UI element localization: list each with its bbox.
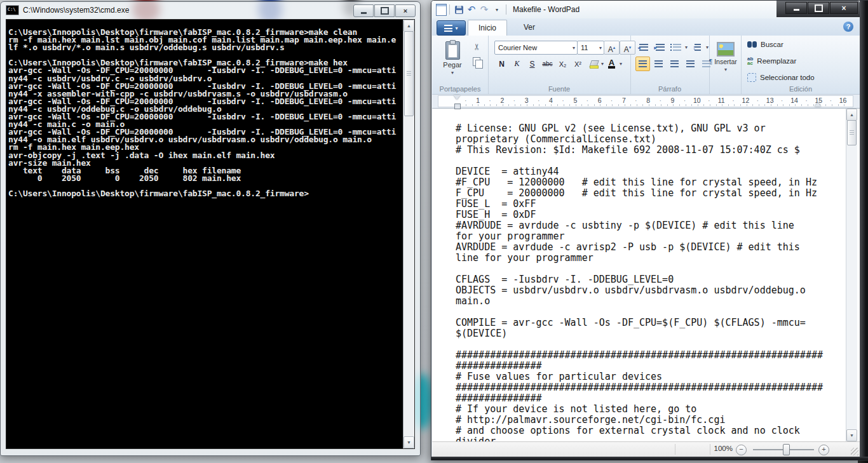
wordpad-minimize-button[interactable] xyxy=(785,2,807,14)
replace-icon: ab ac xyxy=(747,57,753,65)
console-scrollbar[interactable]: ▲ ▼ xyxy=(403,20,414,448)
indent-lines-icon xyxy=(639,44,648,51)
cmd-titlebar[interactable]: C:\ C:\Windows\system32\cmd.exe × xyxy=(1,2,420,18)
font-family-select[interactable]: Courier New ▾ xyxy=(494,41,578,55)
scroll-up-icon[interactable]: ▲ xyxy=(846,109,857,121)
scroll-down-icon[interactable]: ▼ xyxy=(403,436,414,448)
group-portapapeles: Pegar ▾ ✂ Portapapeles xyxy=(432,36,489,94)
cmd-minimize-button[interactable] xyxy=(353,4,374,17)
right-indent-marker[interactable] xyxy=(815,102,821,107)
strikethrough-button[interactable]: abc xyxy=(540,57,555,71)
highlighter-icon xyxy=(589,60,598,69)
align-center-button[interactable] xyxy=(651,57,666,71)
minimize-icon xyxy=(794,9,799,11)
wordpad-window[interactable]: ↶ ↷ ▾ Makefile - WordPad × ▾ Inicio Ver … xyxy=(431,0,868,460)
binoculars-icon xyxy=(747,41,757,48)
ruler-number: 3 xyxy=(515,97,539,104)
group-label-parrafo: Párrafo xyxy=(630,85,709,93)
save-button[interactable] xyxy=(452,3,465,16)
undo-button[interactable]: ↶ xyxy=(465,3,478,16)
maximize-icon xyxy=(381,7,389,15)
help-button[interactable]: ? xyxy=(843,22,853,32)
align-center-icon xyxy=(654,60,663,67)
justify-button[interactable] xyxy=(683,57,698,71)
resize-grip[interactable] xyxy=(851,448,858,455)
underline-button[interactable]: S xyxy=(525,57,539,71)
subscript-button[interactable]: X₂ xyxy=(555,57,570,71)
ruler-number: 10 xyxy=(685,97,709,104)
ruler-number: 11 xyxy=(709,97,733,104)
bold-button[interactable]: N xyxy=(494,57,509,71)
cmd-maximize-button[interactable] xyxy=(374,4,395,17)
minimize-icon xyxy=(361,12,367,14)
left-indent-marker[interactable] xyxy=(454,104,461,109)
wordpad-window-title: Makefile - WordPad xyxy=(513,5,580,14)
align-right-button[interactable] xyxy=(667,57,682,71)
ruler-number: 14 xyxy=(782,97,806,104)
chevron-down-icon[interactable]: ▾ xyxy=(685,44,688,50)
spacing-lines-icon xyxy=(695,44,701,51)
first-line-indent-marker[interactable] xyxy=(454,95,460,100)
wordpad-titlebar[interactable]: ↶ ↷ ▾ Makefile - WordPad × xyxy=(431,1,860,18)
zoom-in-button[interactable]: + xyxy=(818,445,829,455)
zoom-slider-thumb[interactable] xyxy=(783,444,790,455)
align-right-icon xyxy=(670,60,679,67)
console-viewport[interactable]: C:\Users\Innopolis\Desktop\firmware\fabI… xyxy=(6,19,415,449)
insert-button[interactable]: Insertar ▾ xyxy=(712,39,739,84)
tab-ver[interactable]: Ver xyxy=(513,20,545,35)
wordpad-maximize-button[interactable] xyxy=(808,2,829,14)
zoom-out-button[interactable]: − xyxy=(736,445,747,455)
bullet-list-button[interactable] xyxy=(668,40,683,55)
ruler-number: 8 xyxy=(636,97,660,104)
status-bar: 100% − + xyxy=(432,441,860,457)
paste-button[interactable]: Pegar ▾ xyxy=(437,39,468,83)
align-left-button[interactable] xyxy=(635,57,650,71)
chevron-down-icon[interactable]: ▾ xyxy=(601,61,604,67)
group-label-fuente: Fuente xyxy=(488,85,630,93)
cmd-close-button[interactable]: × xyxy=(395,4,416,17)
chevron-down-icon[interactable]: ▾ xyxy=(620,61,622,67)
grow-font-button[interactable]: A▴ xyxy=(604,41,620,55)
ruler-number: 13 xyxy=(758,97,782,104)
font-color-button[interactable]: A xyxy=(604,57,619,71)
copy-button[interactable] xyxy=(469,56,484,67)
wordpad-app-icon xyxy=(436,4,447,16)
group-insertar: Insertar ▾ xyxy=(709,36,742,94)
increase-indent-button[interactable]: ▸ xyxy=(652,40,667,55)
group-parrafo: ◂ ▸ ▾ ↕ ▾ Párrafo xyxy=(630,36,710,94)
font-size-select[interactable]: 11 ▾ xyxy=(577,41,604,55)
ribbon-tab-row: ▾ Inicio Ver ? xyxy=(432,18,860,36)
ruler-strip: 12345678910111213141516 xyxy=(438,95,853,107)
document-area[interactable]: # License: GNU GPL v2 (see License.txt),… xyxy=(432,108,860,442)
console-scrollbar-thumb[interactable] xyxy=(404,31,414,116)
document-scrollbar[interactable]: ▲ ▼ xyxy=(846,109,857,441)
chevron-down-icon[interactable]: ▾ xyxy=(706,44,709,50)
redo-button[interactable]: ↷ xyxy=(478,3,491,16)
selection-icon xyxy=(747,73,756,82)
clipboard-icon xyxy=(445,41,460,60)
document-text[interactable]: # License: GNU GPL v2 (see License.txt),… xyxy=(432,109,860,442)
ribbon: Pegar ▾ ✂ Portapapeles Courier New ▾ 11 … xyxy=(432,36,860,95)
scroll-up-icon[interactable]: ▲ xyxy=(403,20,414,32)
tab-inicio[interactable]: Inicio xyxy=(468,20,507,36)
quick-access-menu-button[interactable]: ▾ xyxy=(491,3,503,16)
replace-button[interactable]: ab ac Reemplazar xyxy=(747,57,796,65)
superscript-button[interactable]: X² xyxy=(571,57,585,71)
separator xyxy=(710,444,710,455)
document-scrollbar-thumb[interactable] xyxy=(847,120,857,145)
app-menu-button[interactable]: ▾ xyxy=(437,20,466,36)
highlight-color-button[interactable] xyxy=(586,57,600,71)
ruler[interactable]: 12345678910111213141516 xyxy=(432,94,860,108)
select-all-button[interactable]: Seleccionar todo xyxy=(747,73,815,82)
decrease-indent-button[interactable]: ◂ xyxy=(635,40,650,55)
cmd-window[interactable]: C:\ C:\Windows\system32\cmd.exe × C:\Use… xyxy=(0,1,421,456)
wordpad-close-button[interactable]: × xyxy=(830,2,858,14)
line-spacing-button[interactable]: ↕ xyxy=(689,40,704,55)
cmd-icon: C:\ xyxy=(6,5,19,15)
italic-button[interactable]: K xyxy=(510,57,524,71)
scroll-down-icon[interactable]: ▼ xyxy=(846,429,857,441)
separator xyxy=(506,4,506,15)
find-button[interactable]: Buscar xyxy=(747,41,783,48)
cut-button[interactable]: ✂ xyxy=(469,41,484,52)
help-icon: ? xyxy=(846,23,851,30)
